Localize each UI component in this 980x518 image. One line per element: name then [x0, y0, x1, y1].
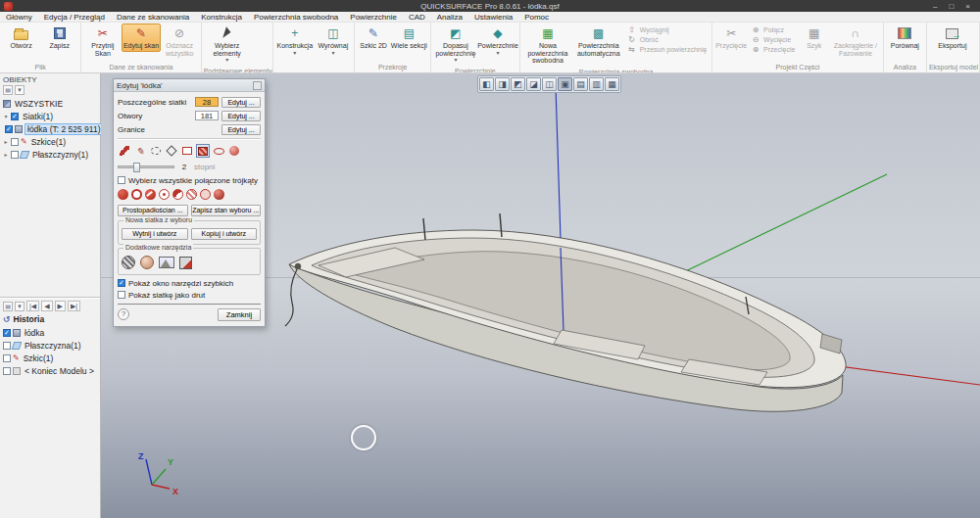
history-prev-button[interactable]: ◀: [41, 301, 52, 311]
view-right-button[interactable]: ◫: [542, 77, 557, 91]
revolve-button[interactable]: ↻ Obróć: [624, 35, 710, 44]
individual-meshes-value[interactable]: 28: [195, 97, 219, 107]
select-filter-icon-4[interactable]: [159, 189, 170, 200]
view-left-button[interactable]: ◪: [526, 77, 541, 91]
save-selection-state-button[interactable]: Zapisz stan wyboru ...: [191, 205, 262, 216]
flood-select-icon[interactable]: [196, 144, 210, 158]
fit-surface-button[interactable]: ◩ Dopasuj powierzchnię ▾: [433, 24, 478, 66]
select-filter-icon-8[interactable]: [214, 189, 224, 200]
edit-holes-button[interactable]: Edytuj ...: [221, 111, 261, 121]
view-fit-button[interactable]: ▦: [605, 77, 619, 91]
close-dialog-button[interactable]: Zamknij: [218, 308, 261, 321]
history-last-button[interactable]: ▶|: [68, 301, 80, 311]
select-connected-checkbox[interactable]: [118, 176, 125, 184]
flatten-tool-icon[interactable]: [159, 257, 174, 268]
edit-boundaries-button[interactable]: Edytuj ...: [221, 124, 261, 135]
select-filter-icon-1[interactable]: [118, 189, 128, 200]
trim-button[interactable]: ✂ Przycięcie: [714, 24, 748, 52]
history-item-lodka[interactable]: ✓ łódka: [0, 326, 100, 339]
viewport-3d[interactable]: ◧ ◨ ◩ ◪ ◫ ▣ ▤ ▥ ▦ Z Y X Edytuj 'łódka': [101, 73, 980, 518]
mesh-lodka-checkbox[interactable]: ✓: [5, 125, 13, 133]
move-surface-button[interactable]: ⇆ Przesuń powierzchnię: [624, 45, 710, 54]
align-button[interactable]: ◫ Wyrównaj ▾: [314, 24, 352, 58]
expander-icon[interactable]: ▸: [3, 138, 9, 145]
pattern-button[interactable]: ▦ Szyk: [798, 24, 830, 52]
join-button[interactable]: ⊕ Połącz: [748, 25, 798, 34]
deselect-all-button[interactable]: ⊘ Odznacz wszystko: [161, 24, 199, 59]
end-of-model-checkbox[interactable]: [3, 367, 11, 375]
export-button[interactable]: Eksportuj: [929, 24, 976, 52]
menu-ustawienia[interactable]: Ustawienia: [468, 13, 518, 22]
tree-item-all[interactable]: WSZYSTKIE: [0, 97, 100, 110]
history-first-button[interactable]: |◀: [26, 301, 39, 311]
compare-button[interactable]: Porównaj: [886, 24, 924, 52]
tree-item-mesh-lodka[interactable]: ✓ łódka (T: 2 525 911): [0, 122, 100, 135]
dialog-collapse-button[interactable]: [253, 81, 262, 90]
view-perspective-button[interactable]: ▥: [589, 77, 604, 91]
menu-powierzchnie[interactable]: Powierzchnie: [344, 13, 403, 22]
crop-scan-button[interactable]: ✂ Przytnij Skan: [83, 24, 122, 59]
select-filter-icon-7[interactable]: [200, 189, 211, 200]
menu-powierzchnia-swobodna[interactable]: Powierzchnia swobodna: [248, 13, 344, 22]
help-button[interactable]: ?: [118, 308, 129, 320]
smooth-brush-tool-icon[interactable]: [122, 256, 135, 269]
select-filter-icon-2[interactable]: [131, 189, 142, 200]
expander-icon[interactable]: ▾: [3, 113, 9, 119]
polygon-select-icon[interactable]: [165, 144, 178, 158]
holes-value[interactable]: 181: [195, 111, 219, 120]
pencil-select-icon[interactable]: ✎: [133, 144, 147, 158]
history-lodka-checkbox[interactable]: ✓: [3, 329, 11, 337]
planes-checkbox[interactable]: [11, 151, 19, 159]
cut-and-create-button[interactable]: Wytnij i utwórz: [122, 228, 188, 240]
view-back-button[interactable]: ◩: [511, 77, 525, 91]
view-top-button[interactable]: ▣: [558, 77, 572, 91]
edit-scan-button[interactable]: ✎ Edytuj skan: [122, 24, 160, 52]
intersect-button[interactable]: ⊗ Przecięcie: [748, 45, 798, 54]
brush-select-icon[interactable]: [118, 144, 131, 158]
show-quick-tools-checkbox[interactable]: ✓: [118, 279, 125, 287]
save-button[interactable]: Zapisz: [40, 24, 78, 52]
view-bottom-button[interactable]: ▤: [573, 77, 588, 91]
tree-item-planes[interactable]: ▸ Płaszczyzny(1): [0, 148, 100, 161]
multi-sections-button[interactable]: ▤ Wiele sekcji: [390, 24, 428, 52]
cut-button[interactable]: ⊖ Wycięcie: [748, 35, 798, 44]
menu-cad[interactable]: CAD: [403, 13, 431, 22]
construction-button[interactable]: + Konstrukcja ▾: [275, 24, 314, 58]
box-select-button[interactable]: Prostopadłościan ...: [118, 205, 188, 216]
extrude-button[interactable]: ⇧ Wyciągnij: [624, 25, 710, 34]
meshes-checkbox[interactable]: ✓: [11, 113, 19, 120]
history-plane-checkbox[interactable]: [3, 342, 11, 350]
copy-and-create-button[interactable]: Kopiuj i utwórz: [191, 228, 258, 240]
menu-glowny[interactable]: Główny: [0, 13, 38, 22]
sphere-select-icon[interactable]: [227, 144, 241, 158]
history-item-end-of-model[interactable]: < Koniec Modelu >: [0, 364, 100, 377]
history-item-szkic[interactable]: ✎ Szkic(1): [0, 352, 100, 364]
menu-dane-ze-skanowania[interactable]: Dane ze skanowania: [111, 13, 195, 22]
slider-handle[interactable]: [133, 163, 140, 172]
fillet-chamfer-button[interactable]: ∩ Zaokrąglenie / Fazowanie: [830, 24, 881, 59]
panel-list-icon[interactable]: ▤: [3, 85, 13, 95]
sketches-checkbox[interactable]: [11, 138, 19, 146]
maximize-button[interactable]: □: [949, 2, 954, 11]
history-sketch-checkbox[interactable]: [3, 354, 11, 362]
select-filter-icon-6[interactable]: [186, 189, 197, 200]
close-button[interactable]: ×: [965, 2, 970, 11]
tree-item-sketches[interactable]: ▸ ✎ Szkice(1): [0, 135, 100, 148]
sketch-2d-button[interactable]: ✎ Szkic 2D: [357, 24, 389, 52]
surfaces-button[interactable]: ◆ Powierzchnie ▾: [478, 24, 517, 58]
panel-filter-icon[interactable]: ▼: [15, 85, 24, 95]
new-freeform-surface-button[interactable]: ▦ Nowa powierzchnia swobodna: [522, 24, 573, 67]
boat-mesh-model[interactable]: [285, 213, 846, 411]
history-list-icon[interactable]: ▤: [3, 302, 13, 311]
menu-pomoc[interactable]: Pomoc: [518, 13, 555, 22]
select-elements-button[interactable]: Wybierz elementy ▾: [204, 24, 251, 66]
minimize-button[interactable]: –: [933, 2, 937, 11]
open-button[interactable]: Otwórz: [2, 24, 40, 52]
show-wireframe-checkbox[interactable]: [118, 291, 125, 299]
view-iso-button[interactable]: ◧: [479, 77, 494, 91]
show-wireframe-row[interactable]: Pokaż siatkę jako drut: [118, 289, 261, 301]
history-next-button[interactable]: ▶: [55, 301, 66, 311]
select-connected-row[interactable]: Wybierz wszystkie połączone trójkąty: [118, 174, 261, 186]
expander-icon[interactable]: ▸: [3, 151, 9, 158]
edit-meshes-button[interactable]: Edytuj ...: [221, 97, 261, 108]
